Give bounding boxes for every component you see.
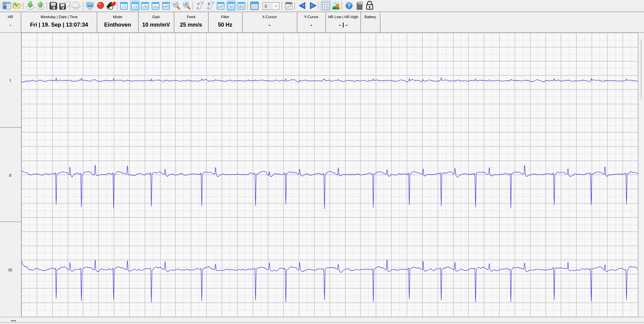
svg-text:50: 50 bbox=[229, 4, 233, 9]
svg-text:HR: HR bbox=[163, 4, 169, 9]
svg-text:√3: √3 bbox=[133, 4, 138, 9]
svg-text:?: ? bbox=[347, 3, 350, 8]
svg-text:√1: √1 bbox=[121, 4, 126, 9]
svg-text:AF: AF bbox=[218, 4, 224, 9]
svg-text:II: II bbox=[265, 4, 267, 9]
svg-text:60: 60 bbox=[239, 4, 244, 9]
svg-text:√6ıı: √6ıı bbox=[152, 5, 159, 9]
svg-text:√6ı: √6ı bbox=[142, 4, 148, 9]
